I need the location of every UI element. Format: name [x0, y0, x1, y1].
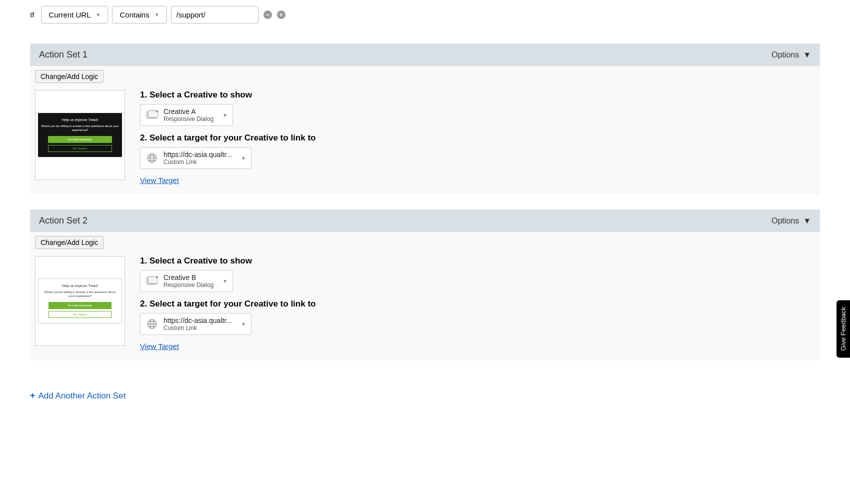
- dialog-icon: [146, 110, 158, 120]
- step2-title: 2. Select a target for your Creative to …: [140, 133, 815, 143]
- caret-down-icon: ▼: [241, 322, 246, 327]
- globe-icon: [146, 152, 158, 164]
- action-set-body: Change/Add Logic Help us improve Tread! …: [30, 232, 820, 360]
- preview-secondary-btn: No Thanks: [48, 145, 112, 152]
- view-target-link[interactable]: View Target: [140, 342, 179, 350]
- preview-secondary-btn: No Thanks: [48, 311, 112, 318]
- options-label: Options: [772, 50, 799, 60]
- action-set: Action Set 1 Options ▼ Change/Add Logic …: [30, 44, 820, 194]
- add-action-set-button[interactable]: + Add Another Action Set: [30, 390, 126, 401]
- change-add-logic-button[interactable]: Change/Add Logic: [35, 70, 104, 83]
- creative-preview-thumb[interactable]: Help us improve Tread! Would you be will…: [35, 256, 125, 346]
- action-set-title: Action Set 2: [39, 216, 88, 226]
- caret-down-icon: ▼: [803, 216, 811, 226]
- condition-operator-select[interactable]: Contains ▼: [112, 6, 166, 24]
- caret-down-icon: ▼: [96, 12, 101, 18]
- change-add-logic-button[interactable]: Change/Add Logic: [35, 236, 104, 249]
- options-label: Options: [772, 216, 799, 226]
- step1-title: 1. Select a Creative to show: [140, 256, 815, 266]
- svg-point-2: [156, 111, 158, 112]
- creative-name: Creative B: [164, 274, 214, 282]
- view-target-link[interactable]: View Target: [140, 176, 179, 184]
- dialog-preview-light: Help us improve Tread! Would you be will…: [38, 278, 122, 324]
- caret-down-icon: ▼: [154, 12, 160, 18]
- condition-field-select[interactable]: Current URL ▼: [41, 6, 108, 24]
- preview-primary-btn: Provide Feedback: [48, 302, 112, 309]
- action-set-header: Action Set 2 Options ▼: [30, 210, 820, 232]
- preview-primary-btn: Provide Feedback: [48, 136, 112, 143]
- remove-condition-icon[interactable]: −: [264, 10, 272, 19]
- target-select[interactable]: https://dc-asia.qualtr... Custom Link ▼: [140, 147, 252, 169]
- creative-preview-thumb[interactable]: Help us improve Tread! Would you be will…: [35, 90, 125, 180]
- creative-select[interactable]: Creative A Responsive Dialog ▼: [140, 104, 233, 126]
- caret-down-icon: ▼: [241, 156, 246, 161]
- if-label: If: [30, 10, 34, 19]
- caret-down-icon: ▼: [222, 278, 228, 284]
- globe-icon: [146, 318, 158, 330]
- step2-title: 2. Select a target for your Creative to …: [140, 299, 815, 309]
- add-action-set-label: Add Another Action Set: [38, 391, 126, 401]
- action-set-header: Action Set 1 Options ▼: [30, 44, 820, 66]
- action-set-title: Action Set 1: [39, 50, 88, 60]
- options-dropdown[interactable]: Options ▼: [772, 216, 811, 226]
- plus-icon: +: [30, 390, 36, 401]
- action-set: Action Set 2 Options ▼ Change/Add Logic …: [30, 210, 820, 360]
- step1-title: 1. Select a Creative to show: [140, 90, 815, 100]
- caret-down-icon: ▼: [222, 112, 228, 118]
- target-sub: Custom Link: [164, 324, 232, 332]
- target-select[interactable]: https://dc-asia.qualtr... Custom Link ▼: [140, 313, 252, 335]
- caret-down-icon: ▼: [803, 50, 811, 60]
- condition-value-input[interactable]: [171, 6, 258, 24]
- creative-sub: Responsive Dialog: [164, 282, 214, 288]
- options-dropdown[interactable]: Options ▼: [772, 50, 811, 60]
- creative-name: Creative A: [164, 108, 214, 116]
- condition-operator-value: Contains: [120, 10, 149, 19]
- creative-sub: Responsive Dialog: [164, 116, 214, 122]
- target-sub: Custom Link: [164, 158, 232, 166]
- preview-title: Help us improve Tread!: [42, 284, 118, 288]
- preview-body: Would you be willing to answer a few que…: [42, 290, 118, 298]
- creative-select[interactable]: Creative B Responsive Dialog ▼: [140, 270, 233, 292]
- target-name: https://dc-asia.qualtr...: [164, 316, 232, 324]
- preview-title: Help us improve Tread!: [41, 118, 119, 122]
- preview-body: Would you be willing to answer a few que…: [41, 124, 119, 132]
- add-condition-icon[interactable]: +: [277, 10, 286, 19]
- dialog-icon: [146, 276, 158, 286]
- target-name: https://dc-asia.qualtr...: [164, 150, 232, 158]
- give-feedback-tab[interactable]: Give Feedback: [836, 300, 850, 358]
- dialog-preview-dark: Help us improve Tread! Would you be will…: [38, 113, 122, 158]
- condition-field-value: Current URL: [48, 10, 90, 19]
- condition-row: If Current URL ▼ Contains ▼ − +: [30, 6, 820, 24]
- action-set-body: Change/Add Logic Help us improve Tread! …: [30, 66, 820, 194]
- svg-point-10: [156, 277, 158, 278]
